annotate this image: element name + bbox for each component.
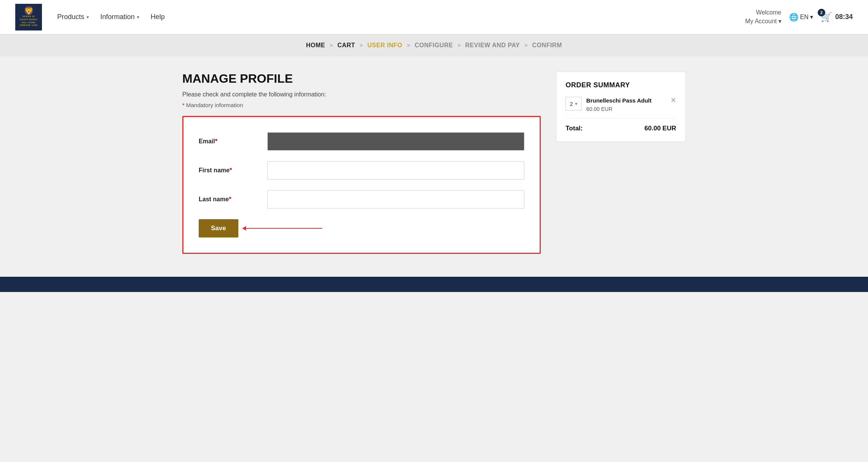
cart-badge: 2	[818, 9, 825, 16]
mandatory-star: *	[182, 102, 185, 108]
breadcrumb-user-info[interactable]: USER INFO	[367, 42, 402, 49]
first-name-field[interactable]	[267, 161, 524, 180]
form-area: MANAGE PROFILE Please check and complete…	[182, 72, 541, 254]
chevron-down-icon: ▾	[810, 13, 813, 21]
breadcrumb-configure[interactable]: CONFIGURE	[415, 42, 453, 49]
breadcrumb-home[interactable]: HOME	[306, 42, 325, 49]
my-account-link[interactable]: My Account ▾	[745, 17, 781, 26]
form-subtitle: Please check and complete the following …	[182, 91, 541, 98]
last-name-row: Last name*	[199, 190, 524, 209]
chevron-down-icon: ▾	[87, 14, 89, 20]
nav-links: Products ▾ Information ▾ Help	[57, 13, 165, 21]
clock-time: 08:34	[835, 13, 853, 21]
chevron-down-icon: ▾	[137, 14, 139, 20]
total-label: Total:	[566, 125, 583, 132]
save-button[interactable]: Save	[199, 219, 238, 237]
breadcrumb-sep-3: >	[407, 42, 410, 48]
profile-form-box: Email* First name* Last name* Save	[182, 116, 541, 254]
main-content: MANAGE PROFILE Please check and complete…	[167, 72, 701, 254]
item-price: 60.00 EUR	[586, 106, 666, 112]
email-field[interactable]	[267, 132, 524, 151]
item-details: Brunelleschi Pass Adult 60.00 EUR	[586, 97, 666, 112]
logo-box: 🦁 OPERA DI SANTA MARIA DEL FIORE FIRENZE…	[15, 4, 42, 30]
breadcrumb-sep-2: >	[360, 42, 363, 48]
language-selector[interactable]: 🌐 EN ▾	[789, 13, 813, 22]
nav-information[interactable]: Information ▾	[100, 13, 139, 21]
cart-icon-wrapper[interactable]: 2 🛒	[821, 12, 832, 22]
email-row: Email*	[199, 132, 524, 151]
first-name-row: First name*	[199, 161, 524, 180]
navbar-left: 🦁 OPERA DI SANTA MARIA DEL FIORE FIRENZE…	[15, 4, 165, 30]
arrow-indicator	[246, 228, 322, 229]
order-item: 2 ▾ Brunelleschi Pass Adult 60.00 EUR ✕	[566, 97, 676, 119]
save-row: Save	[199, 219, 524, 237]
footer	[0, 277, 868, 292]
navbar-right: Welcome My Account ▾ 🌐 EN ▾ 2 🛒 08:34	[745, 8, 853, 26]
breadcrumb-review-pay[interactable]: REVIEW AND PAY	[465, 42, 520, 49]
last-name-field[interactable]	[267, 190, 524, 209]
navbar: 🦁 OPERA DI SANTA MARIA DEL FIORE FIRENZE…	[0, 0, 868, 34]
last-name-label: Last name*	[199, 196, 260, 203]
nav-help[interactable]: Help	[151, 13, 165, 21]
order-summary: ORDER SUMMARY 2 ▾ Brunelleschi Pass Adul…	[556, 72, 686, 142]
breadcrumb-sep-5: >	[524, 42, 527, 48]
arrow-line	[246, 228, 322, 229]
breadcrumb-sep-1: >	[330, 42, 333, 48]
logo-text: OPERA DI SANTA MARIA DEL FIORE FIRENZE 1…	[20, 15, 38, 27]
welcome-text: Welcome	[745, 8, 781, 17]
quantity-value: 2	[570, 101, 573, 107]
remove-item-button[interactable]: ✕	[670, 97, 676, 104]
logo[interactable]: 🦁 OPERA DI SANTA MARIA DEL FIORE FIRENZE…	[15, 4, 42, 30]
first-name-label: First name*	[199, 167, 260, 174]
total-value: 60.00 EUR	[645, 125, 676, 132]
email-label: Email*	[199, 138, 260, 145]
chevron-down-icon: ▾	[575, 101, 577, 106]
breadcrumb-confirm[interactable]: CONFIRM	[532, 42, 562, 49]
breadcrumb-cart[interactable]: CART	[338, 42, 355, 49]
order-total: Total: 60.00 EUR	[566, 125, 676, 132]
mandatory-note: * Mandatory information	[182, 102, 541, 108]
nav-products[interactable]: Products ▾	[57, 13, 89, 21]
globe-icon: 🌐	[789, 13, 799, 22]
welcome-block: Welcome My Account ▾	[745, 8, 781, 26]
item-name: Brunelleschi Pass Adult	[586, 97, 666, 104]
breadcrumb: HOME > CART > USER INFO > CONFIGURE > RE…	[0, 34, 868, 56]
cart-time: 2 🛒 08:34	[821, 12, 853, 22]
chevron-down-icon: ▾	[778, 17, 781, 26]
order-summary-title: ORDER SUMMARY	[566, 81, 676, 89]
logo-lion-icon: 🦁	[24, 7, 34, 15]
quantity-selector[interactable]: 2 ▾	[566, 97, 582, 111]
page-title: MANAGE PROFILE	[182, 72, 541, 86]
breadcrumb-sep-4: >	[458, 42, 461, 48]
